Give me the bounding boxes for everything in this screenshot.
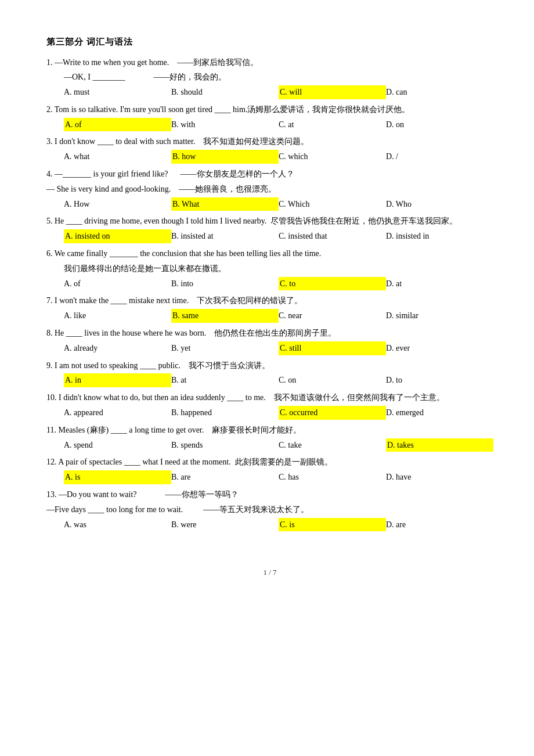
q3-option-d: D. /: [386, 150, 493, 164]
q3-option-b: B. how: [171, 150, 279, 164]
q3-line1: 3. I don't know ____ to deal with such m…: [46, 135, 493, 149]
q12-option-b: B. are: [171, 470, 279, 484]
q13-option-a: A. was: [64, 518, 171, 532]
q13-option-d: D. are: [386, 518, 493, 532]
q7-line1: 7. I won't make the ____ mistake next ti…: [46, 294, 493, 308]
q11-line1: 11. Measles (麻疹) ____ a long time to get…: [46, 423, 493, 437]
q9-options: A. in B. at C. on D. to: [64, 373, 493, 387]
q6-option-b: B. into: [171, 277, 279, 291]
question-5: 5. He ____ driving me home, even though …: [46, 214, 493, 243]
q6-cn: 我们最终得出的结论是她一直以来都在撒谎。: [64, 262, 493, 276]
q2-option-c: C. at: [279, 118, 386, 132]
q6-option-d: D. at: [386, 277, 493, 291]
q11-option-c: C. take: [279, 438, 386, 452]
q2-options: A. of B. with C. at D. on: [64, 118, 493, 132]
q12-option-a: A. is: [64, 470, 171, 484]
question-7: 7. I won't make the ____ mistake next ti…: [46, 294, 493, 323]
section-title: 第三部分 词汇与语法: [46, 35, 493, 50]
q12-option-d: D. have: [386, 470, 493, 484]
q3-options: A. what B. how C. which D. /: [64, 150, 493, 164]
q1-line1: 1. —Write to me when you get home. ——到家后…: [46, 56, 493, 70]
q13-line2: —Five days ____ too long for me to wait.…: [46, 503, 493, 517]
q13-option-b: B. were: [171, 518, 279, 532]
q4-line2: — She is very kind and good-looking. ——她…: [46, 182, 493, 196]
q8-option-c: C. still: [279, 341, 386, 355]
q2-line1: 2. Tom is so talkative. I'm sure you'll …: [46, 103, 493, 117]
q12-options: A. is B. are C. has D. have: [64, 470, 493, 484]
q7-option-c: C. near: [279, 309, 386, 323]
q10-options: A. appeared B. happened C. occurred D. e…: [64, 406, 493, 420]
q11-option-a: A. spend: [64, 438, 171, 452]
q11-options: A. spend B. spends C. take D. takes: [64, 438, 493, 452]
question-1: 1. —Write to me when you get home. ——到家后…: [46, 56, 493, 99]
q1-option-d: D. can: [386, 85, 493, 99]
q4-options: A. How B. What C. Which D. Who: [64, 197, 493, 211]
q4-option-b: B. What: [171, 197, 279, 211]
q13-options: A. was B. were C. is D. are: [64, 518, 493, 532]
q2-option-b: B. with: [171, 118, 279, 132]
q4-option-d: D. Who: [386, 197, 493, 211]
q9-option-d: D. to: [386, 373, 493, 387]
q6-option-a: A. of: [64, 277, 171, 291]
q10-option-a: A. appeared: [64, 406, 171, 420]
q6-option-c: C. to: [279, 277, 386, 291]
q9-option-a: A. in: [64, 373, 171, 387]
q5-option-a: A. insisted on: [64, 229, 171, 243]
question-6: 6. We came finally _______ the conclusio…: [46, 247, 493, 290]
q1-option-c: C. will: [279, 85, 386, 99]
q8-options: A. already B. yet C. still D. ever: [64, 341, 493, 355]
q11-option-d: D. takes: [386, 438, 493, 452]
q10-line1: 10. I didn't know what to do, but then a…: [46, 391, 493, 405]
q11-option-b: B. spends: [171, 438, 279, 452]
question-13: 13. —Do you want to wait? ——你想等一等吗？ —Fiv…: [46, 488, 493, 531]
q1-continuation: —OK, I ________ ——好的，我会的。: [64, 70, 493, 84]
question-9: 9. I am not used to speaking ____ public…: [46, 359, 493, 388]
q2-option-d: D. on: [386, 118, 493, 132]
q8-option-b: B. yet: [171, 341, 279, 355]
q8-option-d: D. ever: [386, 341, 493, 355]
q13-line1: 13. —Do you want to wait? ——你想等一等吗？: [46, 488, 493, 502]
q5-option-d: D. insisted in: [386, 229, 493, 243]
q6-line1: 6. We came finally _______ the conclusio…: [46, 247, 493, 261]
q3-option-c: C. which: [279, 150, 386, 164]
question-4: 4. —_______ is your girl friend like? ——…: [46, 167, 493, 211]
question-8: 8. He ____ lives in the house where he w…: [46, 326, 493, 355]
q5-line1: 5. He ____ driving me home, even though …: [46, 214, 493, 228]
q4-option-c: C. Which: [279, 197, 386, 211]
q7-options: A. like B. same C. near D. similar: [64, 309, 493, 323]
q8-option-a: A. already: [64, 341, 171, 355]
question-3: 3. I don't know ____ to deal with such m…: [46, 135, 493, 164]
q12-option-c: C. has: [279, 470, 386, 484]
q7-option-b: B. same: [171, 309, 279, 323]
q2-option-a: A. of: [64, 118, 171, 132]
q1-options: A. must B. should C. will D. can: [64, 85, 493, 99]
q6-options: A. of B. into C. to D. at: [64, 277, 493, 291]
q8-line1: 8. He ____ lives in the house where he w…: [46, 326, 493, 340]
q4-line1: 4. —_______ is your girl friend like? ——…: [46, 167, 493, 181]
question-10: 10. I didn't know what to do, but then a…: [46, 391, 493, 420]
q5-option-b: B. insisted at: [171, 229, 279, 243]
q4-option-a: A. How: [64, 197, 171, 211]
q10-option-b: B. happened: [171, 406, 279, 420]
q10-option-c: C. occurred: [279, 406, 386, 420]
q5-option-c: C. insisted that: [279, 229, 386, 243]
q1-option-a: A. must: [64, 85, 171, 99]
question-2: 2. Tom is so talkative. I'm sure you'll …: [46, 103, 493, 132]
q9-option-c: C. on: [279, 373, 386, 387]
q13-option-c: C. is: [279, 518, 386, 532]
q7-option-a: A. like: [64, 309, 171, 323]
question-12: 12. A pair of spectacles ____ what I nee…: [46, 455, 493, 484]
q5-options: A. insisted on B. insisted at C. insiste…: [64, 229, 493, 243]
q10-option-d: D. emerged: [386, 406, 493, 420]
q7-option-d: D. similar: [386, 309, 493, 323]
q1-option-b: B. should: [171, 85, 279, 99]
question-11: 11. Measles (麻疹) ____ a long time to get…: [46, 423, 493, 452]
page-number: 1 / 7: [263, 568, 276, 577]
q9-line1: 9. I am not used to speaking ____ public…: [46, 359, 493, 373]
page-footer: 1 / 7: [46, 566, 493, 579]
q3-option-a: A. what: [64, 150, 171, 164]
q12-line1: 12. A pair of spectacles ____ what I nee…: [46, 455, 493, 469]
q9-option-b: B. at: [171, 373, 279, 387]
